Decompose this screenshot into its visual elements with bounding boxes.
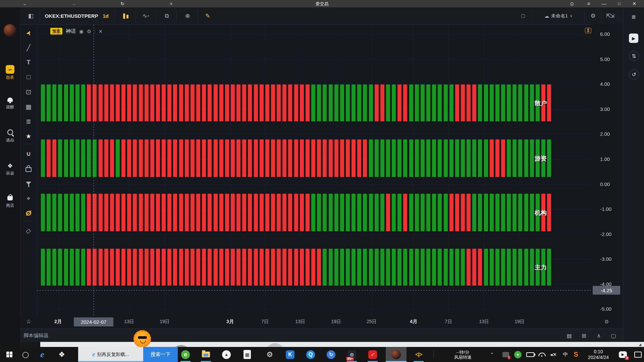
ie-icon[interactable]: e xyxy=(35,347,50,362)
pinwheel-app-icon[interactable]: ❖ xyxy=(54,347,69,362)
security-tray-icon[interactable]: ! xyxy=(500,347,511,362)
magnet-icon[interactable]: ∪ xyxy=(20,147,37,160)
rectangle-tool-icon[interactable]: □ xyxy=(20,71,37,83)
bar-down xyxy=(265,84,269,121)
interval-button[interactable]: 1d xyxy=(98,7,113,24)
bar-down xyxy=(121,249,125,286)
eye-icon[interactable]: ◉ xyxy=(79,28,84,35)
bar-down xyxy=(346,139,350,177)
sidebar-item-store[interactable]: 商店 xyxy=(0,194,20,208)
crosshair-target-icon[interactable]: ⌖ xyxy=(20,192,37,205)
chart-plot[interactable]: 预览 神话 ◉ ⚙ ✕ ⇕ 散户游资机构主力 xyxy=(37,24,591,316)
kuaishou-icon[interactable]: K xyxy=(284,347,297,362)
sidebar-item-charts[interactable]: ∽ 图表 xyxy=(0,65,20,80)
clock-widget[interactable]: 0:102024/4/24 xyxy=(582,347,614,362)
bar-up xyxy=(70,139,74,177)
filter-drawings-icon[interactable] xyxy=(20,177,37,189)
settings-icon[interactable]: ⚙ xyxy=(263,347,276,362)
h-gridline xyxy=(37,234,591,235)
object-tree-list-icon[interactable]: ≣ xyxy=(629,12,638,21)
open-panel-icon[interactable]: ▶ xyxy=(629,34,638,43)
player-tray-icon[interactable]: ▶ 9 xyxy=(616,347,630,362)
bar-down xyxy=(248,139,252,177)
red-check-app-icon[interactable]: ✓ xyxy=(366,347,379,362)
fullscreen-icon[interactable]: ⇱⇲ xyxy=(603,7,616,24)
save-layout-button[interactable]: ☁ 未命名1 ∨ xyxy=(533,7,584,24)
bar-down xyxy=(271,194,275,231)
symbol-button[interactable]: OKEX:ETHUSDTPERP xyxy=(43,7,100,24)
close-icon[interactable]: ✕ xyxy=(629,0,639,7)
pane-collapse-icon[interactable]: ⇕ xyxy=(585,28,591,33)
price-axis[interactable]: -4.25 6.005.004.003.002.001.000.00-1.00-… xyxy=(591,24,623,316)
ime-indicator[interactable]: 中 xyxy=(561,347,570,362)
battery-icon[interactable] xyxy=(525,347,536,362)
cortana-icon[interactable]: ◯ xyxy=(19,347,32,362)
headset-icon[interactable]: Ω xyxy=(567,0,577,7)
indicator-close-icon[interactable]: ✕ xyxy=(99,28,103,35)
maximize-icon[interactable]: □ xyxy=(614,0,624,7)
menu-icon[interactable]: ≡ xyxy=(584,0,594,7)
sidebar-item-alerts[interactable]: 提醒 xyxy=(0,97,20,110)
antivirus-tray-icon[interactable]: + xyxy=(513,347,523,362)
trendline-tool-icon[interactable]: ╱ xyxy=(20,41,37,54)
history-clock-icon[interactable]: ↺ xyxy=(629,69,639,79)
script-editor-bar[interactable]: 脚本编辑器 ▤ ⊞ ∧ ▢ xyxy=(20,328,623,342)
lock-drawings-icon[interactable] xyxy=(20,162,37,175)
price-label: 2.00 xyxy=(600,131,610,137)
calculator-icon[interactable]: ▦ xyxy=(241,347,254,362)
settings-gear-icon[interactable]: ⚙ xyxy=(586,7,600,24)
favorites-star-icon[interactable]: ★ xyxy=(20,130,37,142)
wifi-icon[interactable] xyxy=(537,347,547,362)
indicator-settings-icon[interactable]: ⚙ xyxy=(87,28,91,35)
sogou-icon[interactable]: S xyxy=(571,347,581,362)
compare-icon[interactable]: ⧉ xyxy=(158,7,175,24)
browser360-icon[interactable]: e xyxy=(179,347,192,362)
eraser-icon[interactable]: ◇ xyxy=(19,224,38,237)
action-center-icon[interactable] xyxy=(632,347,644,362)
script-new-icon[interactable]: ⊞ xyxy=(580,332,588,339)
favorites-star-outline-icon[interactable]: ☆ xyxy=(26,318,31,325)
watchlist-toggle-icon[interactable]: ◧ xyxy=(24,7,38,24)
alert-plus-icon[interactable]: ⊕ xyxy=(179,7,196,24)
sidebar-item-container[interactable]: ❖ 容器 xyxy=(0,162,20,176)
photos-icon[interactable]: ▲ xyxy=(220,347,233,362)
pattern-tool-icon[interactable]: ⊡ xyxy=(20,85,37,98)
timezone-gear-icon[interactable]: ⚙ xyxy=(604,319,609,325)
hide-drawings-icon[interactable]: Ø xyxy=(20,207,37,220)
fan-speed-widget[interactable]: --转/分风扇转速 xyxy=(439,347,486,362)
measure-settings-icon[interactable]: ≣ xyxy=(20,115,37,128)
sort-arrows-icon[interactable]: ⇅ xyxy=(629,51,639,61)
start-button[interactable] xyxy=(3,347,16,362)
text-tool-icon[interactable]: T xyxy=(20,56,37,69)
volume-muted-icon[interactable]: ◂✕ xyxy=(548,347,559,362)
browser-task-button[interactable]: e 别再反复卸载... xyxy=(78,347,143,362)
bar-up xyxy=(47,194,51,231)
icons-tool-icon[interactable]: ▦ xyxy=(20,100,37,113)
bar-down xyxy=(265,194,269,231)
snapshot-icon[interactable]: □ xyxy=(517,7,530,24)
script-window-icon[interactable]: ▤ xyxy=(565,332,574,339)
file-explorer-icon[interactable] xyxy=(200,347,212,362)
qq-browser-icon[interactable]: Q xyxy=(304,347,317,362)
bar-up xyxy=(490,84,494,121)
trading-app-active-button[interactable] xyxy=(386,347,407,362)
time-axis[interactable]: ☆ 2024-02-07 ⚙ 2月13日19日3月7日13日19日25日4月7日… xyxy=(20,316,623,328)
bar-down xyxy=(173,84,177,121)
user-avatar[interactable] xyxy=(4,24,16,37)
minimize-icon[interactable]: — xyxy=(599,0,609,7)
chart-style-candles-icon[interactable] xyxy=(117,7,134,24)
bar-down xyxy=(116,84,120,121)
indicators-icon[interactable]: ∿+ xyxy=(138,7,154,24)
bar-down xyxy=(145,84,149,121)
cursor-tool-icon[interactable]: ➤ xyxy=(19,22,38,43)
tray-chevron-icon[interactable]: ⌃ xyxy=(487,347,497,362)
script-edit-icon[interactable]: ✎ xyxy=(199,7,216,25)
script-expand-icon[interactable]: ▢ xyxy=(609,332,618,339)
sidebar-item-screener[interactable]: 选品 xyxy=(0,129,20,143)
script-collapse-chevron-icon[interactable]: ∧ xyxy=(594,332,603,339)
search-button[interactable]: 搜索一下 xyxy=(143,347,178,362)
code-app-icon[interactable]: <|> xyxy=(411,347,426,362)
app-badge99-icon[interactable]: ⊙ 99+ xyxy=(345,347,358,362)
bar-down xyxy=(219,249,223,286)
sync-app-icon[interactable]: ↻ xyxy=(325,347,337,362)
